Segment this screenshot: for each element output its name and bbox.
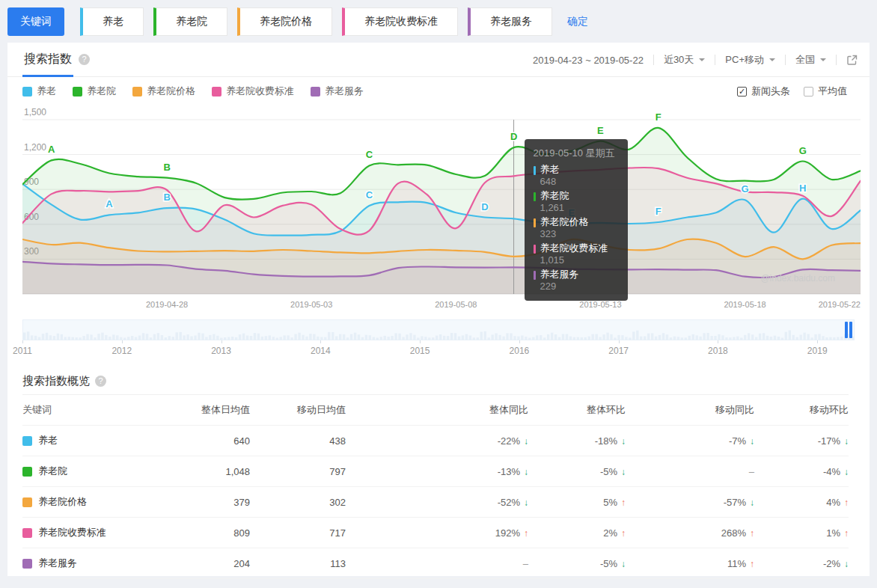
- timeline-year-label: 2013: [211, 346, 231, 356]
- checkbox-icon: ✓: [737, 87, 747, 97]
- series-swatch: [22, 436, 32, 446]
- overall-mom: 2%↑: [528, 527, 626, 539]
- svg-text:1,200: 1,200: [24, 142, 46, 153]
- mobile-yoy: –: [626, 466, 754, 477]
- legend-item[interactable]: 养老院收费标准: [212, 85, 294, 98]
- legend-swatch: [132, 87, 142, 97]
- column-header: 整体同比: [346, 403, 528, 417]
- timeline-handle[interactable]: [845, 322, 852, 338]
- watermark: @index.baidu.com: [760, 273, 835, 284]
- x-axis-tick: 2019-05-18: [724, 300, 766, 309]
- table-row: 养老院 1,048 797 -13%↓ -5%↓ – -4%↓: [22, 456, 849, 487]
- legend-item[interactable]: 养老院价格: [132, 85, 195, 98]
- tooltip-date: 2019-05-10 星期五: [534, 147, 619, 160]
- svg-text:C: C: [366, 149, 373, 160]
- checkbox-unchecked[interactable]: 平均值: [804, 85, 847, 98]
- overall-daily-avg: 809: [159, 527, 250, 539]
- checkbox-checked[interactable]: ✓新闻头条: [737, 85, 790, 98]
- mobile-yoy: 11%↑: [626, 558, 754, 569]
- timeline-year-label: 2011: [13, 346, 32, 356]
- legend-swatch: [212, 87, 221, 97]
- down-arrow-icon: ↓: [844, 436, 849, 447]
- overall-yoy: -22%↓: [346, 435, 528, 447]
- keyword-tag[interactable]: 养老院价格: [237, 7, 332, 36]
- x-axis-tick: 2019-05-08: [435, 300, 477, 309]
- help-icon[interactable]: ?: [95, 376, 106, 387]
- tooltip-series-swatch: [534, 271, 536, 280]
- confirm-link[interactable]: 确定: [567, 15, 588, 28]
- mobile-mom: 1%↑: [754, 527, 849, 539]
- keyword-tag[interactable]: 养老院收费标准: [342, 7, 458, 36]
- column-header: 整体环比: [528, 403, 626, 417]
- chevron-down-icon: [820, 58, 826, 64]
- mobile-daily-avg: 438: [250, 435, 346, 447]
- divider: [836, 55, 837, 65]
- table-row: 养老院价格 379 302 -52%↓ 5%↑ -57%↓ 4%↑: [22, 487, 849, 518]
- keyword-cell: 养老院收费标准: [22, 526, 159, 539]
- overall-mom: 5%↑: [528, 497, 626, 508]
- timeline-year-label: 2012: [111, 346, 132, 356]
- timeline-tick: [519, 340, 520, 343]
- help-icon[interactable]: ?: [79, 54, 90, 65]
- keyword-cell: 养老服务: [22, 557, 159, 570]
- external-link-icon[interactable]: [846, 55, 858, 66]
- svg-text:B: B: [163, 162, 170, 173]
- timeline-tick: [619, 340, 620, 343]
- timeline-tick: [221, 340, 222, 343]
- chart-options: ✓新闻头条平均值: [737, 85, 847, 98]
- keyword-tag[interactable]: 养老服务: [468, 7, 552, 36]
- dropdown-region[interactable]: 全国: [795, 53, 826, 67]
- checkbox-icon: [804, 87, 813, 97]
- svg-text:A: A: [48, 144, 55, 155]
- chevron-down-icon: [699, 58, 705, 64]
- timeline-tick: [718, 340, 718, 343]
- timeline-year-label: 2016: [510, 346, 530, 356]
- keyword-tag[interactable]: 养老: [80, 7, 144, 36]
- timeline-track[interactable]: [22, 319, 855, 340]
- table-row: 养老院收费标准 809 717 192%↑ 2%↑ 268%↑ 1%↑: [22, 518, 849, 548]
- timeline-tick: [420, 340, 421, 343]
- svg-text:F: F: [656, 111, 661, 123]
- timeline-year-label: 2015: [410, 346, 430, 356]
- column-header: 移动同比: [626, 403, 754, 417]
- x-axis-tick: 2019-05-13: [579, 300, 621, 309]
- timeline-year-label: 2014: [311, 346, 331, 356]
- table-row: 养老 640 438 -22%↓ -18%↓ -7%↓ -17%↓: [22, 426, 849, 456]
- keyword-label-button[interactable]: 关键词: [7, 7, 64, 36]
- tab-search-index[interactable]: 搜索指数: [22, 43, 73, 76]
- timeline-tick: [320, 340, 321, 343]
- mobile-yoy: -57%↓: [626, 497, 754, 508]
- mobile-daily-avg: 717: [250, 527, 346, 539]
- timeline-tick: [122, 340, 123, 343]
- svg-text:F: F: [656, 206, 661, 217]
- chart-legend: 养老养老院养老院价格养老院收费标准养老服务: [22, 85, 364, 98]
- divider: [785, 55, 786, 65]
- keyword-bar: 关键词 养老养老院养老院价格养老院收费标准养老服务 确定: [0, 0, 877, 36]
- legend-item[interactable]: 养老院: [73, 85, 116, 98]
- svg-text:D: D: [510, 131, 517, 142]
- overview-title: 搜索指数概览: [22, 374, 90, 388]
- down-arrow-icon: ↓: [844, 559, 849, 569]
- table-row: 养老服务 204 113 – -5%↓ 11%↑ -2%↓: [22, 548, 849, 579]
- overall-yoy: -52%↓: [346, 497, 528, 508]
- legend-item[interactable]: 养老服务: [311, 85, 364, 98]
- keyword-cell: 养老院价格: [22, 495, 159, 509]
- dropdown-period[interactable]: 近30天: [664, 53, 705, 67]
- date-range[interactable]: 2019-04-23 ~ 2019-05-22: [533, 55, 644, 66]
- mobile-yoy: -7%↓: [626, 435, 754, 447]
- down-arrow-icon: ↓: [844, 467, 849, 477]
- keyword-tag[interactable]: 养老院: [153, 7, 227, 36]
- svg-text:G: G: [741, 183, 748, 195]
- dropdown-device[interactable]: PC+移动: [725, 53, 775, 67]
- column-header: 整体日均值: [159, 403, 250, 417]
- legend-row: 养老养老院养老院价格养老院收费标准养老服务 ✓新闻头条平均值: [7, 77, 870, 97]
- x-axis-tick: 2019-05-22: [819, 300, 861, 309]
- chart-canvas[interactable]: 3006009001,2001,500ABCDEFGHABCDEFG: [22, 107, 861, 295]
- mobile-mom: 4%↑: [754, 497, 849, 508]
- legend-item[interactable]: 养老: [22, 85, 56, 98]
- overall-daily-avg: 1,048: [159, 466, 250, 477]
- legend-swatch: [73, 87, 82, 97]
- timeline-year-label: 2019: [807, 346, 828, 356]
- trend-chart[interactable]: 3006009001,2001,500ABCDEFGHABCDEFG 2019-…: [22, 107, 855, 313]
- tooltip-item: 养老院收费标准 1,015: [534, 242, 619, 266]
